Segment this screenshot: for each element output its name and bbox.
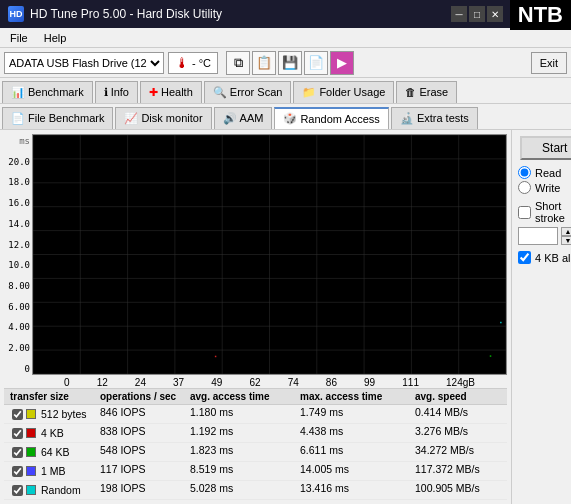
tabs-row2: 📄 File Benchmark 📈 Disk monitor 🔊 AAM 🎲 … — [0, 104, 571, 130]
tab-random-access[interactable]: 🎲 Random Access — [274, 107, 388, 129]
write-radio[interactable] — [518, 181, 531, 194]
disk-monitor-icon: 📈 — [124, 112, 138, 125]
short-stroke-checkbox-label[interactable]: Short stroke — [518, 200, 571, 224]
ntb-badge: NTB — [510, 0, 571, 30]
kb-align-checkbox[interactable] — [518, 251, 531, 264]
tab-disk-monitor[interactable]: 📈 Disk monitor — [115, 107, 211, 129]
kb-align-label: 4 KB align — [535, 252, 571, 264]
row-transfer-4: Random — [39, 483, 83, 497]
row-checkbox-3[interactable] — [12, 466, 23, 477]
row-speed-1: 3.276 MB/s — [413, 424, 503, 442]
row-max-time-0: 1.749 ms — [298, 405, 413, 423]
x-label-24: 24 — [135, 377, 146, 388]
table-row: Random 198 IOPS 5.028 ms 13.416 ms 100.9… — [4, 481, 507, 500]
kb-align-checkbox-label[interactable]: 4 KB align — [518, 251, 571, 264]
row-checkbox-2[interactable] — [12, 447, 23, 458]
chart-area: ms 20.0 18.0 16.0 14.0 12.0 10.0 8.00 6.… — [0, 130, 511, 504]
stroke-down-button[interactable]: ▼ — [561, 236, 571, 245]
tab-folder-usage-label: Folder Usage — [319, 86, 385, 98]
tab-error-scan[interactable]: 🔍 Error Scan — [204, 81, 292, 103]
y-label-14: 14.0 — [8, 219, 30, 229]
y-axis-labels: ms 20.0 18.0 16.0 14.0 12.0 10.0 8.00 6.… — [4, 134, 32, 388]
tabs-row1: 📊 Benchmark ℹ Info ✚ Health 🔍 Error Scan… — [0, 78, 571, 104]
x-label-37: 37 — [173, 377, 184, 388]
row-avg-time-0: 1.180 ms — [188, 405, 298, 423]
row-avg-time-1: 1.192 ms — [188, 424, 298, 442]
x-label-49: 49 — [211, 377, 222, 388]
table-header: transfer size operations / sec avg. acce… — [4, 389, 507, 405]
app-title: HD Tune Pro 5.00 - Hard Disk Utility — [30, 7, 451, 21]
maximize-button[interactable]: □ — [469, 6, 485, 22]
x-axis-labels: 0 12 24 37 49 62 74 86 99 111 124gB — [32, 375, 507, 388]
scatter-chart — [33, 135, 506, 374]
row-avg-time-4: 5.028 ms — [188, 481, 298, 499]
row-iops-1: 838 IOPS — [98, 424, 188, 442]
stroke-value-input[interactable]: 40 — [518, 227, 558, 245]
drive-select[interactable]: ADATA USB Flash Drive (124 gB) — [4, 52, 164, 74]
row-checkbox-0[interactable] — [12, 409, 23, 420]
close-button[interactable]: ✕ — [487, 6, 503, 22]
tab-extra-tests[interactable]: 🔬 Extra tests — [391, 107, 478, 129]
minimize-button[interactable]: ─ — [451, 6, 467, 22]
tab-aam[interactable]: 🔊 AAM — [214, 107, 273, 129]
tab-benchmark[interactable]: 📊 Benchmark — [2, 81, 93, 103]
x-label-86: 86 — [326, 377, 337, 388]
tab-file-benchmark[interactable]: 📄 File Benchmark — [2, 107, 113, 129]
copy-icon-btn[interactable]: ⧉ — [226, 51, 250, 75]
menu-help[interactable]: Help — [40, 30, 71, 46]
y-label-20: 20.0 — [8, 157, 30, 167]
row-label-1: 4 KB — [8, 424, 98, 442]
short-stroke-label: Short stroke — [535, 200, 571, 224]
read-radio[interactable] — [518, 166, 531, 179]
write-radio-label[interactable]: Write — [518, 181, 571, 194]
row-max-time-1: 4.438 ms — [298, 424, 413, 442]
row-label-2: 64 KB — [8, 443, 98, 461]
menu-file[interactable]: File — [6, 30, 32, 46]
settings-icon-btn[interactable]: ▶ — [330, 51, 354, 75]
report-icon-btn[interactable]: 📄 — [304, 51, 328, 75]
row-speed-3: 117.372 MB/s — [413, 462, 503, 480]
row-max-time-3: 14.005 ms — [298, 462, 413, 480]
row-iops-3: 117 IOPS — [98, 462, 188, 480]
paste-icon-btn[interactable]: 📋 — [252, 51, 276, 75]
row-color-swatch-1 — [26, 428, 36, 438]
tab-disk-monitor-label: Disk monitor — [141, 112, 202, 124]
info-icon: ℹ — [104, 86, 108, 99]
col-operations: operations / sec — [98, 390, 188, 403]
col-transfer-size: transfer size — [8, 390, 98, 403]
y-label-8: 8.00 — [8, 281, 30, 291]
row-label-4: Random — [8, 481, 98, 499]
stroke-up-button[interactable]: ▲ — [561, 227, 571, 236]
tab-health[interactable]: ✚ Health — [140, 81, 202, 103]
temperature-display: 🌡 - °C — [168, 52, 218, 74]
file-benchmark-icon: 📄 — [11, 112, 25, 125]
short-stroke-checkbox[interactable] — [518, 206, 531, 219]
table-row: 4 KB 838 IOPS 1.192 ms 4.438 ms 3.276 MB… — [4, 424, 507, 443]
row-checkbox-4[interactable] — [12, 485, 23, 496]
y-label-6: 6.00 — [8, 302, 30, 312]
tab-health-label: Health — [161, 86, 193, 98]
table-row: 512 bytes 846 IOPS 1.180 ms 1.749 ms 0.4… — [4, 405, 507, 424]
start-button[interactable]: Start — [520, 136, 571, 160]
row-transfer-0: 512 bytes — [39, 407, 89, 421]
save-icon-btn[interactable]: 💾 — [278, 51, 302, 75]
x-label-124: 124gB — [446, 377, 475, 388]
tab-benchmark-label: Benchmark — [28, 86, 84, 98]
erase-icon: 🗑 — [405, 86, 416, 98]
tab-info[interactable]: ℹ Info — [95, 81, 138, 103]
toolbar-icons: ⧉ 📋 💾 📄 ▶ — [226, 51, 354, 75]
tab-folder-usage[interactable]: 📁 Folder Usage — [293, 81, 394, 103]
exit-button[interactable]: Exit — [531, 52, 567, 74]
read-radio-label[interactable]: Read — [518, 166, 571, 179]
x-label-111: 111 — [402, 377, 419, 388]
y-unit-label: ms — [19, 136, 30, 146]
tab-erase[interactable]: 🗑 Erase — [396, 81, 457, 103]
right-panel: Start Read Write Short stroke 40 ▲ ▼ — [511, 130, 571, 504]
row-checkbox-1[interactable] — [12, 428, 23, 439]
row-transfer-2: 64 KB — [39, 445, 72, 459]
tab-aam-label: AAM — [240, 112, 264, 124]
table-row: 1 MB 117 IOPS 8.519 ms 14.005 ms 117.372… — [4, 462, 507, 481]
stroke-input-row: 40 ▲ ▼ gB — [518, 227, 571, 245]
tab-erase-label: Erase — [419, 86, 448, 98]
data-table: transfer size operations / sec avg. acce… — [4, 388, 507, 500]
